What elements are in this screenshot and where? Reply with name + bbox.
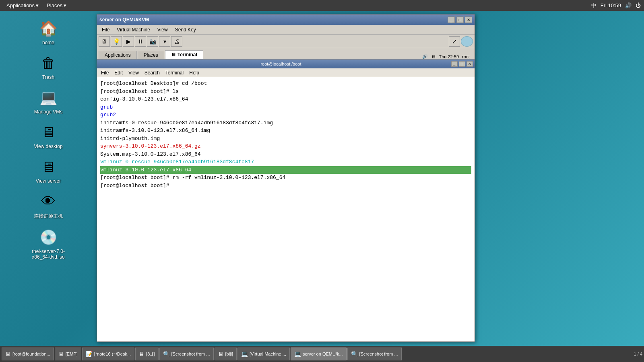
qemu-titlebar: server on QEMU/KVM _ □ ✕ bbox=[97, 14, 475, 25]
term-line-12: [root@localhost boot]# rm -rf vmlinuz-3.… bbox=[100, 174, 471, 182]
term-body[interactable]: [root@localhost Desktop]# cd /boot[root@… bbox=[97, 77, 475, 341]
qemu-winbtns: _ □ ✕ bbox=[448, 16, 472, 23]
inner-tab-terminal[interactable]: 🖥Terminal bbox=[165, 50, 203, 59]
qemu-tool-circle bbox=[461, 36, 473, 47]
desktop-icon-label-home: home bbox=[42, 40, 54, 45]
qemu-minimize-btn[interactable]: _ bbox=[448, 16, 455, 23]
qemu-tool-play[interactable]: ▶ bbox=[123, 36, 134, 47]
qemu-menu-file[interactable]: File bbox=[99, 26, 113, 33]
term-menu-help[interactable]: Help bbox=[187, 69, 202, 76]
taskbar-item-screenshot-from[interactable]: 🔍[Screenshot from ... bbox=[159, 348, 214, 360]
term-line-6: initramfs-3.10.0-123.el7.x86_64.img bbox=[100, 127, 471, 135]
qemu-window-title: server on QEMU/KVM bbox=[99, 17, 149, 23]
term-line-13: [root@localhost boot]# bbox=[100, 182, 471, 190]
inner-volume-icon: 🔊 bbox=[422, 54, 428, 59]
applications-label: Applications bbox=[6, 2, 35, 8]
places-menu[interactable]: Places ▾ bbox=[43, 0, 70, 11]
taskbar-icon-foundation: 🖥 bbox=[5, 351, 11, 357]
taskbar-item-server-qemu[interactable]: 💻server on QEMU/k... bbox=[291, 348, 347, 360]
applications-menu[interactable]: Applications ▾ bbox=[3, 0, 42, 11]
desktop-icon-img-manage-vms: 💻 bbox=[39, 88, 58, 107]
taskbar-item-screenshot-from2[interactable]: 🔍[Screenshot from ... bbox=[347, 348, 402, 360]
taskbar-item-note16[interactable]: 📝[*note16 (~/Desk... bbox=[82, 348, 134, 360]
taskbar-icon-screenshot-from2: 🔍 bbox=[351, 351, 358, 357]
term-menu-file[interactable]: File bbox=[99, 69, 111, 76]
qemu-window: server on QEMU/KVM _ □ ✕ File Virtual Ma… bbox=[97, 14, 475, 342]
term-line-0: [root@localhost Desktop]# cd /boot bbox=[100, 80, 471, 88]
inner-user: root bbox=[462, 54, 470, 59]
topbar-lang: 中 bbox=[591, 2, 597, 9]
desktop-icon-connect-teacher[interactable]: 👁 连接讲师主机 bbox=[28, 192, 68, 220]
term-line-10: vmlinuz-0-rescue-946cb0e817ea4adb916183d… bbox=[100, 158, 471, 166]
qemu-tool-pause[interactable]: ⏸ bbox=[135, 36, 146, 47]
term-winbtns: _ □ ✕ bbox=[451, 61, 473, 67]
term-menu-search[interactable]: Search bbox=[142, 69, 162, 76]
term-line-1: [root@localhost boot]# ls bbox=[100, 88, 471, 96]
qemu-inner-tabs: Applications Places 🖥Terminal 🔊 🖥 Thu 22… bbox=[97, 48, 475, 60]
inner-tab-applications[interactable]: Applications bbox=[99, 51, 137, 59]
taskbar-label-emp: [EMP] bbox=[66, 352, 78, 356]
term-title: root@localhost:/boot bbox=[260, 62, 301, 66]
desktop-icon-trash[interactable]: 🗑 Trash bbox=[28, 53, 68, 80]
inner-tab-places[interactable]: Places bbox=[138, 51, 164, 59]
qemu-maximize-btn[interactable]: □ bbox=[456, 16, 464, 23]
taskbar-label-note16: [*note16 (~/Desk... bbox=[94, 352, 131, 356]
qemu-tool-usb[interactable]: 🖨 bbox=[171, 36, 182, 47]
qemu-tool-dropdown[interactable]: ▾ bbox=[159, 36, 170, 47]
term-minimize-btn[interactable]: _ bbox=[451, 61, 458, 67]
qemu-tool-screenshot[interactable]: 📷 bbox=[147, 36, 158, 47]
taskbar-item-virtual-machine[interactable]: 💻[Virtual Machine ... bbox=[237, 348, 290, 360]
topbar-power-icon[interactable]: ⏻ bbox=[636, 2, 641, 8]
desktop-icon-img-trash: 🗑 bbox=[39, 53, 58, 73]
desktop-icon-label-trash: Trash bbox=[42, 74, 54, 80]
qemu-menu-view[interactable]: View bbox=[154, 26, 171, 33]
term-line-7: initrd-plymouth.img bbox=[100, 135, 471, 143]
term-close-btn[interactable]: ✕ bbox=[466, 61, 473, 67]
taskbar-icon-virtual-machine: 💻 bbox=[241, 351, 248, 357]
term-menu-edit[interactable]: Edit bbox=[112, 69, 125, 76]
qemu-menu-virtualmachine[interactable]: Virtual Machine bbox=[114, 26, 153, 33]
qemu-close-btn[interactable]: ✕ bbox=[465, 16, 472, 23]
places-arrow: ▾ bbox=[64, 2, 66, 8]
taskbar-icon-emp: 🖥 bbox=[58, 351, 64, 357]
qemu-tool-monitor[interactable]: 🖥 bbox=[99, 36, 110, 47]
inner-screen-icon: 🖥 bbox=[431, 54, 436, 59]
qemu-tool-resize[interactable]: ⤢ bbox=[449, 36, 460, 47]
desktop-icon-label-view-server: View server bbox=[36, 178, 61, 184]
topbar-right: 中 Fri 10:59 🔊 ⏻ bbox=[591, 2, 641, 9]
desktop-icon-label-connect-teacher: 连接讲师主机 bbox=[34, 213, 63, 220]
taskbar-item-biji[interactable]: 🖥[biji] bbox=[215, 348, 237, 360]
desktop-icon-img-rhel-dvd: 💿 bbox=[39, 228, 58, 247]
topbar-left: Applications ▾ Places ▾ bbox=[3, 0, 70, 11]
term-maximize-btn[interactable]: □ bbox=[459, 61, 465, 67]
desktop-icon-view-server[interactable]: 🖥 View server bbox=[28, 157, 68, 184]
desktop: 🏠 home 🗑 Trash 💻 Manage VMs 🖥 View deskt… bbox=[0, 11, 97, 346]
applications-arrow: ▾ bbox=[36, 2, 39, 8]
term-menu-view[interactable]: View bbox=[126, 69, 141, 76]
topbar-volume-icon[interactable]: 🔊 bbox=[625, 2, 632, 8]
term-line-5: initramfs-0-rescue-946cb0e817ea4adb91618… bbox=[100, 119, 471, 127]
taskbar-item-emp[interactable]: 🖥[EMP] bbox=[55, 348, 81, 360]
qemu-menu-sendkey[interactable]: Send Key bbox=[172, 26, 199, 33]
desktop-icon-view-desktop[interactable]: 🖥 View desktop bbox=[28, 123, 68, 149]
taskbar-icon-biji: 🖥 bbox=[218, 351, 224, 357]
taskbar-item-foundation[interactable]: 🖥[root@foundation... bbox=[2, 348, 54, 360]
desktop-icon-img-view-server: 🖥 bbox=[39, 157, 58, 177]
desktop-icon-home[interactable]: 🏠 home bbox=[28, 19, 68, 45]
taskbar-label-screenshot-from: [Screenshot from ... bbox=[171, 352, 210, 356]
taskbar-item-8.1[interactable]: 🖥[8.1] bbox=[135, 348, 158, 360]
taskbar: 🖥[root@foundation...🖥[EMP]📝[*note16 (~/D… bbox=[0, 346, 644, 362]
desktop-icon-manage-vms[interactable]: 💻 Manage VMs bbox=[28, 88, 68, 115]
term-menu-terminal[interactable]: Terminal bbox=[163, 69, 186, 76]
desktop-icon-label-view-desktop: View desktop bbox=[34, 144, 62, 149]
taskbar-icon-server-qemu: 💻 bbox=[294, 351, 301, 357]
taskbar-icon-note16: 📝 bbox=[86, 351, 93, 357]
topbar-clock: Fri 10:59 bbox=[601, 2, 621, 8]
desktop-icon-rhel-dvd[interactable]: 💿 rhel-server-7.0-x86_64-dvd.iso bbox=[28, 228, 68, 260]
taskbar-counter: 1 / 4 bbox=[634, 352, 642, 356]
qemu-toolbar: 🖥 💡 ▶ ⏸ 📷 ▾ 🖨 ⤢ bbox=[97, 35, 475, 48]
taskbar-label-8.1: [8.1] bbox=[146, 352, 155, 356]
taskbar-label-biji: [biji] bbox=[225, 352, 233, 356]
qemu-tool-bulb[interactable]: 💡 bbox=[111, 36, 122, 47]
taskbar-label-server-qemu: server on QEMU/k... bbox=[303, 352, 343, 356]
